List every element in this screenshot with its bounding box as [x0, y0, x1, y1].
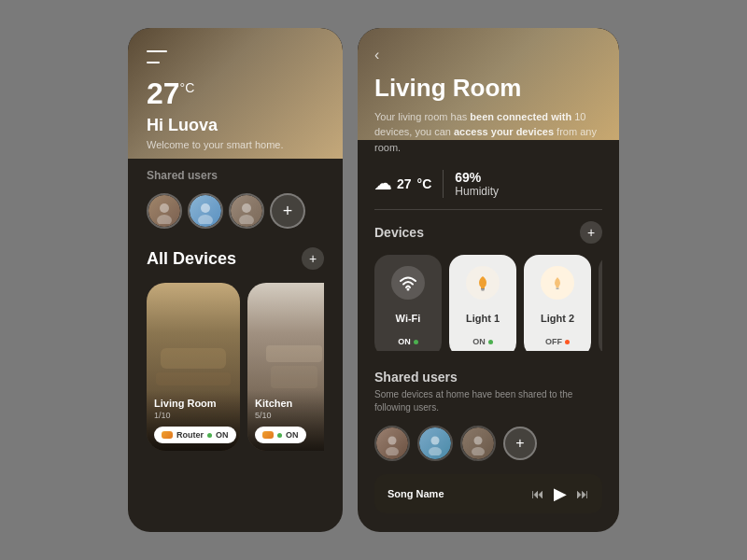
next-button[interactable]: ⏭ [576, 486, 589, 501]
room-name-living: Living Room [154, 398, 233, 409]
left-panel: 27°C Hi Luova Welcome to your smart home… [128, 28, 343, 532]
wifi-tile-name: Wi-Fi [396, 313, 421, 324]
all-devices-title: All Devices [147, 249, 236, 269]
svg-rect-9 [557, 288, 559, 290]
song-name: Song Name [388, 488, 444, 499]
shared-users-label: Shared users [147, 169, 324, 182]
room-count-kitchen: 5/10 [255, 411, 324, 420]
svg-point-2 [201, 203, 210, 213]
right-avatar-2[interactable] [417, 426, 453, 461]
shared-users-row: + [147, 193, 324, 229]
device-card-kitchen[interactable]: Kitchen 5/10 ON [247, 283, 324, 451]
avatar-3[interactable] [229, 193, 264, 229]
room-count-living: 1/10 [154, 411, 233, 420]
all-devices-header: All Devices + [147, 247, 324, 270]
room-description: Your living room has been connected with… [374, 109, 602, 156]
device-card-living-room[interactable]: Living Room 1/10 Router ON [147, 283, 240, 451]
greeting-text: Hi Luova [147, 116, 324, 135]
cloud-icon: ☁ [374, 174, 391, 194]
add-right-device-button[interactable]: + [580, 221, 602, 244]
song-info: Song Name [388, 488, 444, 499]
music-controls: ⏮ ▶ ⏭ [531, 483, 589, 504]
shared-users-avatars-right: + [374, 426, 602, 461]
weather-divider [443, 170, 444, 198]
svg-rect-8 [482, 290, 485, 291]
room-name-kitchen: Kitchen [255, 398, 324, 409]
device-tile-aircon[interactable]: Air Ce ON [599, 255, 602, 351]
wifi-icon [391, 266, 425, 300]
back-button[interactable]: ‹ [374, 47, 602, 63]
svg-point-0 [160, 203, 169, 213]
avatar-1[interactable] [147, 193, 182, 229]
right-avatar-1[interactable] [374, 426, 410, 461]
light2-tile-name: Light 2 [541, 313, 574, 324]
svg-point-15 [431, 437, 440, 445]
shared-users-section: Shared users Some devices at home have b… [374, 370, 602, 461]
room-title: Living Room [374, 75, 602, 102]
device-pill-living: Router ON [154, 427, 236, 443]
svg-point-6 [407, 288, 410, 291]
right-panel: ‹ Living Room Your living room has been … [358, 28, 619, 532]
menu-icon[interactable] [147, 50, 167, 63]
add-user-button[interactable]: + [270, 193, 305, 229]
svg-point-13 [388, 437, 397, 445]
svg-point-5 [239, 215, 254, 224]
device-tiles-container: Wi-Fi ON Light 1 [374, 255, 602, 351]
prev-button[interactable]: ⏮ [531, 486, 544, 501]
weather-bar: ☁ 27°C 69% Humidity [374, 170, 602, 210]
light2-tile-status: OFF [545, 337, 570, 346]
add-device-button[interactable]: + [302, 247, 324, 270]
play-button[interactable]: ▶ [554, 483, 567, 504]
right-avatar-3[interactable] [460, 426, 496, 461]
svg-point-16 [429, 447, 442, 455]
music-bar: Song Name ⏮ ▶ ⏭ [374, 474, 602, 513]
light1-tile-name: Light 1 [466, 313, 500, 324]
svg-point-1 [157, 215, 172, 224]
device-pill-kitchen: ON [255, 427, 306, 443]
device-cards-container: Living Room 1/10 Router ON [147, 283, 324, 517]
welcome-text: Welcome to your smart home. [147, 139, 324, 150]
shared-users-section-desc: Some devices at home have been shared to… [374, 388, 602, 414]
temperature-display: 27°C [147, 78, 324, 108]
weather-temp: ☁ 27°C [374, 174, 431, 194]
add-user-right-button[interactable]: + [503, 427, 537, 460]
svg-point-18 [472, 447, 485, 455]
device-tile-light2[interactable]: Light 2 OFF [524, 255, 591, 351]
svg-rect-7 [481, 288, 485, 290]
svg-point-14 [386, 447, 399, 455]
device-tile-wifi[interactable]: Wi-Fi ON [374, 255, 442, 351]
light2-icon [541, 266, 574, 300]
devices-section-title: Devices [374, 225, 424, 240]
svg-point-3 [198, 215, 213, 224]
svg-point-17 [474, 437, 483, 445]
devices-section-header: Devices + [374, 221, 602, 244]
shared-users-section-title: Shared users [374, 370, 602, 385]
svg-point-4 [242, 203, 251, 213]
device-tile-light1[interactable]: Light 1 ON [449, 255, 516, 351]
wifi-tile-status: ON [398, 337, 418, 346]
light1-icon [466, 266, 500, 300]
avatar-2[interactable] [188, 193, 223, 229]
light1-tile-status: ON [472, 337, 493, 346]
humidity-display: 69% Humidity [455, 170, 499, 198]
